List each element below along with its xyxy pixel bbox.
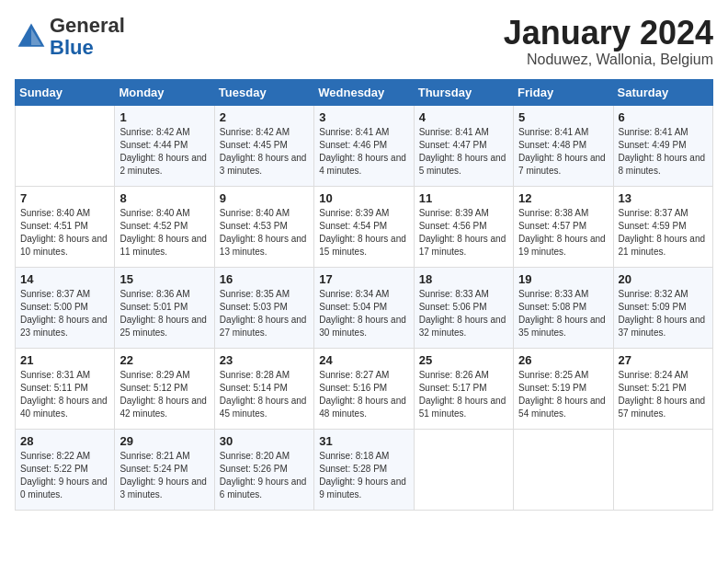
day-number: 9 (220, 191, 309, 205)
table-cell: 31Sunrise: 8:18 AMSunset: 5:28 PMDayligh… (314, 429, 414, 510)
table-cell: 26Sunrise: 8:25 AMSunset: 5:19 PMDayligh… (514, 348, 613, 429)
day-info: Sunrise: 8:32 AMSunset: 5:09 PMDaylight:… (619, 289, 706, 338)
calendar-table: Sunday Monday Tuesday Wednesday Thursday… (15, 79, 713, 511)
calendar-header: Sunday Monday Tuesday Wednesday Thursday… (16, 79, 713, 105)
day-info: Sunrise: 8:22 AMSunset: 5:22 PMDaylight:… (20, 451, 108, 500)
table-cell: 28Sunrise: 8:22 AMSunset: 5:22 PMDayligh… (16, 429, 115, 510)
day-number: 18 (419, 272, 508, 286)
logo: General Blue (15, 15, 125, 59)
day-info: Sunrise: 8:33 AMSunset: 5:08 PMDaylight:… (518, 289, 606, 338)
day-info: Sunrise: 8:41 AMSunset: 4:49 PMDaylight:… (619, 127, 706, 176)
table-cell (414, 429, 513, 510)
table-cell: 11Sunrise: 8:39 AMSunset: 4:56 PMDayligh… (414, 186, 513, 267)
day-number: 30 (220, 434, 309, 448)
table-cell: 24Sunrise: 8:27 AMSunset: 5:16 PMDayligh… (314, 348, 414, 429)
col-sunday: Sunday (16, 79, 115, 105)
day-number: 4 (419, 110, 508, 124)
day-number: 17 (319, 272, 408, 286)
day-info: Sunrise: 8:25 AMSunset: 5:19 PMDaylight:… (518, 370, 606, 419)
col-friday: Friday (514, 79, 613, 105)
day-number: 7 (20, 191, 109, 205)
header-row: Sunday Monday Tuesday Wednesday Thursday… (16, 79, 713, 105)
table-cell: 8Sunrise: 8:40 AMSunset: 4:52 PMDaylight… (115, 186, 214, 267)
day-number: 31 (319, 434, 408, 448)
day-info: Sunrise: 8:35 AMSunset: 5:03 PMDaylight:… (220, 289, 307, 338)
day-number: 27 (619, 353, 708, 367)
table-cell: 25Sunrise: 8:26 AMSunset: 5:17 PMDayligh… (414, 348, 513, 429)
day-info: Sunrise: 8:38 AMSunset: 4:57 PMDaylight:… (518, 208, 606, 257)
table-cell: 5Sunrise: 8:41 AMSunset: 4:48 PMDaylight… (514, 105, 613, 186)
day-info: Sunrise: 8:31 AMSunset: 5:11 PMDaylight:… (20, 370, 108, 419)
day-info: Sunrise: 8:41 AMSunset: 4:47 PMDaylight:… (419, 127, 506, 176)
day-info: Sunrise: 8:37 AMSunset: 4:59 PMDaylight:… (619, 208, 706, 257)
main-title: January 2024 (504, 15, 713, 52)
table-cell: 1Sunrise: 8:42 AMSunset: 4:44 PMDaylight… (115, 105, 214, 186)
day-number: 5 (518, 110, 608, 124)
table-cell: 21Sunrise: 8:31 AMSunset: 5:11 PMDayligh… (16, 348, 115, 429)
day-number: 19 (518, 272, 608, 286)
table-cell (16, 105, 115, 186)
day-info: Sunrise: 8:40 AMSunset: 4:51 PMDaylight:… (20, 208, 108, 257)
logo-blue: Blue (50, 37, 125, 59)
day-number: 20 (619, 272, 708, 286)
logo-general: General (50, 15, 125, 37)
table-cell: 17Sunrise: 8:34 AMSunset: 5:04 PMDayligh… (314, 267, 414, 348)
table-cell: 12Sunrise: 8:38 AMSunset: 4:57 PMDayligh… (514, 186, 613, 267)
col-wednesday: Wednesday (314, 79, 414, 105)
table-cell: 2Sunrise: 8:42 AMSunset: 4:45 PMDaylight… (214, 105, 313, 186)
day-number: 29 (119, 434, 209, 448)
day-info: Sunrise: 8:18 AMSunset: 5:28 PMDaylight:… (319, 451, 406, 500)
title-section: January 2024 Noduwez, Wallonia, Belgium (504, 15, 713, 68)
day-info: Sunrise: 8:20 AMSunset: 5:26 PMDaylight:… (220, 451, 307, 500)
table-cell: 16Sunrise: 8:35 AMSunset: 5:03 PMDayligh… (214, 267, 313, 348)
day-info: Sunrise: 8:26 AMSunset: 5:17 PMDaylight:… (419, 370, 506, 419)
day-info: Sunrise: 8:40 AMSunset: 4:53 PMDaylight:… (220, 208, 307, 257)
day-number: 28 (20, 434, 109, 448)
table-cell: 3Sunrise: 8:41 AMSunset: 4:46 PMDaylight… (314, 105, 414, 186)
day-info: Sunrise: 8:29 AMSunset: 5:12 PMDaylight:… (119, 370, 207, 419)
day-number: 25 (419, 353, 508, 367)
day-number: 3 (319, 110, 408, 124)
col-tuesday: Tuesday (214, 79, 313, 105)
day-number: 14 (20, 272, 109, 286)
subtitle: Noduwez, Wallonia, Belgium (504, 52, 713, 68)
day-info: Sunrise: 8:42 AMSunset: 4:45 PMDaylight:… (220, 127, 307, 176)
table-cell: 13Sunrise: 8:37 AMSunset: 4:59 PMDayligh… (613, 186, 712, 267)
day-number: 23 (220, 353, 309, 367)
table-cell: 22Sunrise: 8:29 AMSunset: 5:12 PMDayligh… (115, 348, 214, 429)
day-info: Sunrise: 8:41 AMSunset: 4:48 PMDaylight:… (518, 127, 606, 176)
table-cell: 15Sunrise: 8:36 AMSunset: 5:01 PMDayligh… (115, 267, 214, 348)
col-thursday: Thursday (414, 79, 513, 105)
table-cell: 14Sunrise: 8:37 AMSunset: 5:00 PMDayligh… (16, 267, 115, 348)
day-number: 26 (518, 353, 608, 367)
day-number: 21 (20, 353, 109, 367)
table-cell: 9Sunrise: 8:40 AMSunset: 4:53 PMDaylight… (214, 186, 313, 267)
day-number: 8 (119, 191, 209, 205)
col-monday: Monday (115, 79, 214, 105)
table-cell: 7Sunrise: 8:40 AMSunset: 4:51 PMDaylight… (16, 186, 115, 267)
day-number: 16 (220, 272, 309, 286)
table-cell: 30Sunrise: 8:20 AMSunset: 5:26 PMDayligh… (214, 429, 313, 510)
day-number: 12 (518, 191, 608, 205)
day-info: Sunrise: 8:40 AMSunset: 4:52 PMDaylight:… (119, 208, 207, 257)
day-info: Sunrise: 8:36 AMSunset: 5:01 PMDaylight:… (119, 289, 207, 338)
day-info: Sunrise: 8:24 AMSunset: 5:21 PMDaylight:… (619, 370, 706, 419)
table-cell: 10Sunrise: 8:39 AMSunset: 4:54 PMDayligh… (314, 186, 414, 267)
table-cell: 18Sunrise: 8:33 AMSunset: 5:06 PMDayligh… (414, 267, 513, 348)
logo-icon (15, 20, 48, 53)
table-cell (514, 429, 613, 510)
day-number: 2 (220, 110, 309, 124)
day-info: Sunrise: 8:33 AMSunset: 5:06 PMDaylight:… (419, 289, 506, 338)
table-row: 21Sunrise: 8:31 AMSunset: 5:11 PMDayligh… (16, 348, 713, 429)
day-info: Sunrise: 8:42 AMSunset: 4:44 PMDaylight:… (119, 127, 207, 176)
day-number: 6 (619, 110, 708, 124)
table-cell: 20Sunrise: 8:32 AMSunset: 5:09 PMDayligh… (613, 267, 712, 348)
day-number: 22 (119, 353, 209, 367)
table-cell: 4Sunrise: 8:41 AMSunset: 4:47 PMDaylight… (414, 105, 513, 186)
table-cell: 23Sunrise: 8:28 AMSunset: 5:14 PMDayligh… (214, 348, 313, 429)
header: General Blue January 2024 Noduwez, Wallo… (15, 15, 713, 68)
day-info: Sunrise: 8:41 AMSunset: 4:46 PMDaylight:… (319, 127, 406, 176)
table-cell: 6Sunrise: 8:41 AMSunset: 4:49 PMDaylight… (613, 105, 712, 186)
day-info: Sunrise: 8:27 AMSunset: 5:16 PMDaylight:… (319, 370, 406, 419)
day-info: Sunrise: 8:39 AMSunset: 4:54 PMDaylight:… (319, 208, 406, 257)
